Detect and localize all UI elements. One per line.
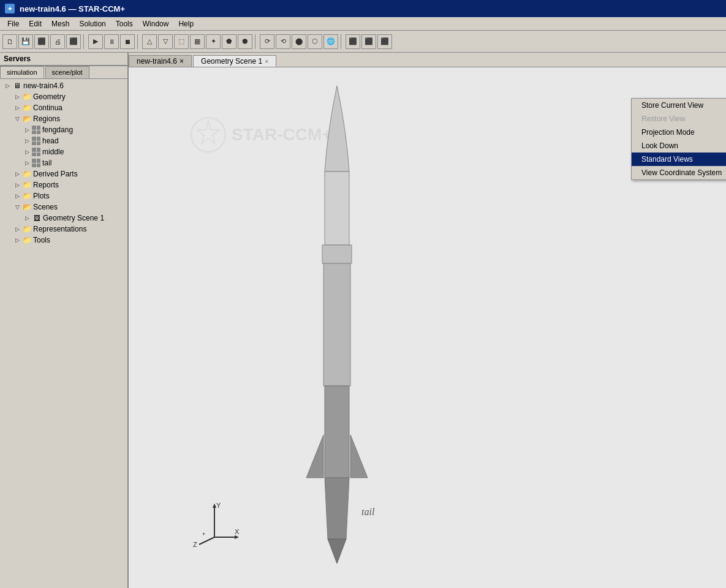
tree-toggle-fengdang[interactable]: ▷ (22, 125, 32, 135)
toolbar-btn-h[interactable]: ⟳ (260, 34, 274, 49)
tree-label-tools: Tools (33, 236, 50, 244)
newtrain-tab-close[interactable]: × (180, 57, 184, 66)
tree-toggle-tools[interactable]: ▷ (12, 235, 22, 245)
tree-toggle-tail[interactable]: ▷ (22, 158, 32, 168)
tree-item-reports[interactable]: ▷ 📁 Reports (0, 179, 127, 190)
svg-rect-3 (323, 263, 350, 386)
tree-toggle-middle[interactable]: ▷ (22, 147, 32, 157)
tree-item-geometry[interactable]: ▷ 📁 Geometry (0, 91, 127, 102)
toolbar-btn-k[interactable]: ⬡ (308, 34, 322, 49)
tree-item-fengdang[interactable]: ▷ fengdang (0, 124, 127, 135)
tree-toggle-head[interactable]: ▷ (22, 136, 32, 146)
toolbar-btn-g[interactable]: ⬢ (238, 34, 252, 49)
tree-item-newtrain[interactable]: ▷ 🖥 new-train4.6 (0, 80, 127, 91)
toolbar-btn-4[interactable]: 🖨 (50, 34, 65, 49)
toolbar-btn-3[interactable]: ⬛ (34, 34, 49, 49)
ctx-view-coord[interactable]: View Coordinate System ▶ (632, 166, 726, 179)
servers-header: Servers (0, 53, 127, 66)
tree-item-representations[interactable]: ▷ 📁 Representations (0, 224, 127, 235)
ctx-store-view[interactable]: Store Current View (632, 99, 726, 112)
menu-file[interactable]: File (2, 18, 24, 29)
toolbar-btn-b[interactable]: ▽ (158, 34, 173, 49)
tree-toggle-plots[interactable]: ▷ (12, 191, 22, 201)
toolbar-stop[interactable]: ⏹ (120, 34, 135, 49)
title-bar: ✦ new-train4.6 — STAR-CCM+ (0, 0, 726, 17)
menu-mesh[interactable]: Mesh (47, 18, 74, 29)
toolbar-btn-m[interactable]: ⬛ (346, 34, 360, 49)
tree-label-newtrain: new-train4.6 (23, 81, 64, 90)
tree-label-middle: middle (42, 148, 64, 156)
ctx-restore-view[interactable]: Restore View ▶ (632, 112, 726, 126)
tree-item-tools[interactable]: ▷ 📁 Tools (0, 235, 127, 246)
toolbar-btn-f[interactable]: ⬟ (222, 34, 236, 49)
toolbar-btn-i[interactable]: ⟲ (276, 34, 290, 49)
tree-item-tail[interactable]: ▷ tail (0, 157, 127, 168)
tree-label-continua: Continua (33, 104, 62, 112)
toolbar-btn-n[interactable]: ⬛ (361, 34, 376, 49)
tree-item-middle[interactable]: ▷ middle (0, 146, 127, 157)
toolbar-sep-4 (341, 34, 343, 49)
newtrain-tab[interactable]: new-train4.6 × (129, 55, 192, 67)
tree-label-geometry: Geometry (33, 92, 66, 101)
tree-toggle-derived[interactable]: ▷ (12, 169, 22, 179)
scene-tab-close[interactable]: × (265, 58, 268, 65)
app-icon: ✦ (5, 4, 15, 13)
tab-bar: simulation scene/plot (0, 66, 127, 79)
ctx-projection-mode[interactable]: Projection Mode ▶ (632, 126, 726, 139)
tree-toggle-reports[interactable]: ▷ (12, 180, 22, 190)
tree-label-scenes: Scenes (33, 203, 58, 211)
toolbar-btn-e[interactable]: ✦ (206, 34, 221, 49)
tree-container: ▷ 🖥 new-train4.6 ▷ 📁 Geometry ▷ 📁 Contin… (0, 79, 127, 588)
context-menu: Store Current View Restore View ▶ Projec… (631, 98, 726, 180)
svg-text:+: + (202, 531, 205, 537)
menu-solution[interactable]: Solution (74, 18, 110, 29)
tree-toggle-continua[interactable]: ▷ (12, 103, 22, 113)
tree-toggle-regions[interactable]: ▽ (12, 114, 22, 124)
tail-label: tail (361, 507, 374, 518)
toolbar-btn-5[interactable]: ⬛ (66, 34, 81, 49)
tree-toggle-newtrain[interactable]: ▷ (2, 81, 12, 91)
ctx-look-down[interactable]: Look Down ▶ (632, 139, 726, 153)
scene-viewport[interactable]: STAR-CCM+ (129, 67, 726, 588)
tree-toggle-representations[interactable]: ▷ (12, 224, 22, 234)
tree-label-reports: Reports (33, 181, 59, 189)
tree-item-geoscene1[interactable]: ▷ 🖼 Geometry Scene 1 (0, 213, 127, 224)
toolbar-btn-l[interactable]: 🌐 (323, 34, 338, 49)
menu-help[interactable]: Help (173, 18, 199, 29)
grid-icon-head (32, 137, 40, 145)
grid-icon-middle (32, 148, 40, 156)
toolbar-btn-a[interactable]: △ (142, 34, 157, 49)
toolbar-btn-c[interactable]: ⬚ (174, 34, 189, 49)
toolbar-btn-d[interactable]: ▦ (190, 34, 205, 49)
toolbar-pause[interactable]: ⏸ (104, 34, 119, 49)
tab-scene-plot[interactable]: scene/plot (45, 66, 89, 78)
tree-item-derived[interactable]: ▷ 📁 Derived Parts (0, 168, 127, 179)
toolbar-btn-j[interactable]: ⬤ (292, 34, 306, 49)
tree-item-regions[interactable]: ▽ 📂 Regions (0, 113, 127, 124)
folder-icon-reports: 📁 (22, 180, 32, 190)
menu-window[interactable]: Window (138, 18, 174, 29)
geometry-scene-tab[interactable]: Geometry Scene 1 × (193, 55, 276, 67)
toolbar-btn-2[interactable]: 💾 (18, 34, 33, 49)
tree-item-head[interactable]: ▷ head (0, 135, 127, 146)
ctx-standard-views[interactable]: Standard Views ▶ (632, 153, 726, 166)
grid-icon-fengdang (32, 126, 40, 134)
tree-toggle-scenes[interactable]: ▽ (12, 202, 22, 212)
tree-label-regions: Regions (33, 115, 60, 123)
tree-item-scenes[interactable]: ▽ 📂 Scenes (0, 202, 127, 213)
tab-simulation[interactable]: simulation (0, 66, 44, 78)
tree-item-plots[interactable]: ▷ 📁 Plots (0, 190, 127, 202)
toolbar-btn-o[interactable]: ⬛ (377, 34, 392, 49)
tree-toggle-geometry[interactable]: ▷ (12, 92, 22, 102)
axis-svg: Y X Z + (190, 500, 239, 549)
toolbar-btn-1[interactable]: 🗋 (2, 34, 17, 49)
rocket-svg (300, 80, 374, 570)
newtrain-tab-label: new-train4.6 (137, 57, 177, 66)
tree-item-continua[interactable]: ▷ 📁 Continua (0, 102, 127, 113)
menu-tools[interactable]: Tools (111, 18, 138, 29)
tree-label-derived: Derived Parts (33, 170, 78, 178)
toolbar-run[interactable]: ▶ (88, 34, 103, 49)
tree-toggle-geoscene1[interactable]: ▷ (22, 213, 32, 223)
svg-rect-2 (322, 245, 352, 263)
menu-edit[interactable]: Edit (24, 18, 47, 29)
